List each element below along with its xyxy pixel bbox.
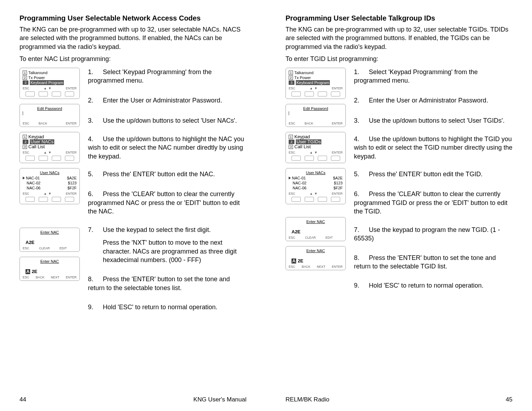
- device-screen-enter1: Enter NAC A2E ESCCLEAREDIT: [20, 228, 80, 252]
- device-button: [26, 91, 35, 96]
- step-4: 4.Use the up/down buttons to highlight t…: [354, 135, 512, 161]
- step-1: 1.Select 'Keypad Programming' from the p…: [354, 68, 512, 85]
- list-value: $123: [68, 180, 77, 185]
- softkey-esc: ESC: [289, 192, 295, 195]
- menu-item: Keypad: [28, 134, 44, 139]
- softkey-enter: ENTER: [332, 87, 343, 90]
- content-row: 1Talkaround 2Tx Power 3Keyboard Program …: [20, 68, 246, 311]
- softkey-next: NEXT: [317, 265, 325, 268]
- list-value: $F2F: [67, 185, 77, 190]
- device-screen-menu1: 1Talkaround 2Tx Power 3Keyboard Program …: [286, 68, 346, 99]
- step-5: 5.Press the' ENTER' button edit the TGID…: [354, 170, 512, 178]
- device-button: [292, 197, 301, 202]
- device-button: [39, 156, 48, 161]
- menu-item-selected: User NACs: [30, 139, 54, 144]
- device-screen-enter2: Enter NAC A2E ESCBACKNEXTENTER: [286, 246, 346, 270]
- up-icon: ▲: [44, 87, 47, 90]
- device-button: [26, 156, 35, 161]
- entry-char-selected: A: [26, 269, 30, 274]
- down-icon: ▼: [314, 192, 317, 195]
- section-sub: To enter TGID List programming:: [286, 55, 512, 63]
- softkey-enter: ENTER: [66, 87, 77, 90]
- device-screen-menu1: 1Talkaround 2Tx Power 3Keyboard Program …: [20, 68, 80, 99]
- page-spread: Programming User Selectable Network Acce…: [0, 0, 532, 411]
- section-sub: To enter NAC List programming:: [20, 55, 246, 63]
- entry-value: A2E: [292, 229, 300, 234]
- down-icon: ▼: [48, 151, 51, 154]
- step-6: 6.Press the 'CLEAR' button to clear the …: [88, 190, 246, 216]
- intro-text: The KNG can be pre-programmed with up to…: [286, 25, 512, 51]
- step-9: 9.Hold 'ESC' to return to normal operati…: [354, 281, 512, 290]
- menu-item-selected: Keyboard Program: [30, 80, 64, 85]
- device-screen-password: Edit Password ESCBACKENTER: [20, 104, 80, 127]
- softkey-esc: ESC: [289, 151, 295, 154]
- step-7: 7.Use the keypad to program the new TGID…: [354, 226, 512, 243]
- step-5: 5.Press the' ENTER' button edit the NAC.: [88, 170, 246, 178]
- softkey-esc: ESC: [23, 122, 29, 125]
- pointer-icon: [289, 177, 291, 179]
- step-1: 1.Select 'Keypad Programming' from the p…: [88, 68, 246, 85]
- screen-title: Edit Password: [288, 106, 343, 111]
- spacer: [286, 209, 348, 212]
- device-screen-nac-list: User NACs NAC-01$A2E NAC-02$123 NAC-06$F…: [286, 168, 346, 204]
- softkey-back: BACK: [36, 276, 45, 279]
- menu-item: Tx Power: [294, 75, 311, 80]
- spacer: [20, 209, 82, 223]
- menu-item-selected: Keyboard Program: [296, 80, 330, 85]
- device-button: [52, 197, 61, 202]
- device-button: [305, 91, 314, 96]
- device-screen-password: Edit Password ESCBACKENTER: [286, 104, 346, 127]
- softkey-esc: ESC: [23, 151, 29, 154]
- step-6: 6.Press the 'CLEAR' button to clear the …: [354, 190, 512, 216]
- device-button: [65, 156, 74, 161]
- menu-item: Call List: [294, 144, 311, 149]
- device-column: 1Talkaround 2Tx Power 3Keyboard Program …: [286, 68, 348, 290]
- softkey-back: BACK: [305, 122, 314, 125]
- step-7-body: Press the 'NXT' button to move to the ne…: [103, 238, 246, 264]
- step-7: 7.Use the keypad to select the first dig…: [88, 226, 246, 234]
- device-button: [331, 197, 340, 202]
- step-3: 3.Use the up/down buttons to select 'Use…: [354, 116, 512, 125]
- screen-title: Enter NAC: [22, 230, 77, 234]
- up-icon: ▲: [310, 151, 313, 154]
- softkey-clear: CLEAR: [39, 246, 50, 250]
- entry-char-selected: A: [292, 259, 296, 263]
- softkey-enter: ENTER: [332, 192, 343, 195]
- device-button: [39, 91, 48, 96]
- footer-label: RELM/BK Radio: [286, 396, 329, 403]
- softkey-enter: ENTER: [66, 192, 77, 195]
- softkey-enter: ENTER: [66, 122, 77, 125]
- screen-title: User NACs: [22, 171, 77, 175]
- step-8: 8.Press the 'ENTER' button to set the to…: [354, 254, 512, 271]
- menu-item-selected: User TGIDs: [296, 139, 321, 144]
- menu-item: Talkaround: [294, 70, 314, 75]
- device-screen-menu2: 1Keypad 2User TGIDs 3Call List ESC▲▼ENTE…: [286, 132, 346, 163]
- screen-title: Edit Password: [22, 106, 77, 111]
- softkey-back: BACK: [302, 265, 311, 268]
- down-icon: ▼: [314, 151, 317, 154]
- softkey-back: BACK: [39, 122, 48, 125]
- step-3: 3.Use the up/down buttons to select 'Use…: [88, 116, 246, 125]
- device-button: [26, 197, 35, 202]
- screen-title: Enter NAC: [288, 249, 343, 253]
- device-button: [292, 156, 301, 161]
- entry-rest: 2E: [298, 259, 303, 263]
- softkey-enter: ENTER: [332, 265, 343, 268]
- list-value: $A2E: [333, 176, 343, 180]
- softkey-enter: ENTER: [332, 151, 343, 154]
- screen-title: User NACs: [288, 171, 343, 175]
- down-icon: ▼: [314, 87, 317, 90]
- softkey-esc: ESC: [23, 87, 29, 90]
- device-screen-enter1: Enter NAC A2E ESCCLEAREDIT: [286, 217, 346, 241]
- entry-rest: 2E: [32, 269, 37, 274]
- menu-item: Talkaround: [28, 70, 48, 75]
- list-item: NAC-01: [292, 176, 306, 180]
- right-page: Programming User Selectable Talkgroup ID…: [266, 0, 532, 411]
- device-button: [65, 91, 74, 96]
- device-button: [52, 156, 61, 161]
- device-screen-enter2: Enter NAC A2E ESCBACKNEXTENTER: [20, 257, 80, 281]
- step-8: 8.Press the 'ENTER' button to set the to…: [88, 275, 246, 292]
- softkey-esc: ESC: [23, 192, 29, 195]
- content-row: 1Talkaround 2Tx Power 3Keyboard Program …: [286, 68, 512, 290]
- list-item: NAC-02: [23, 180, 40, 185]
